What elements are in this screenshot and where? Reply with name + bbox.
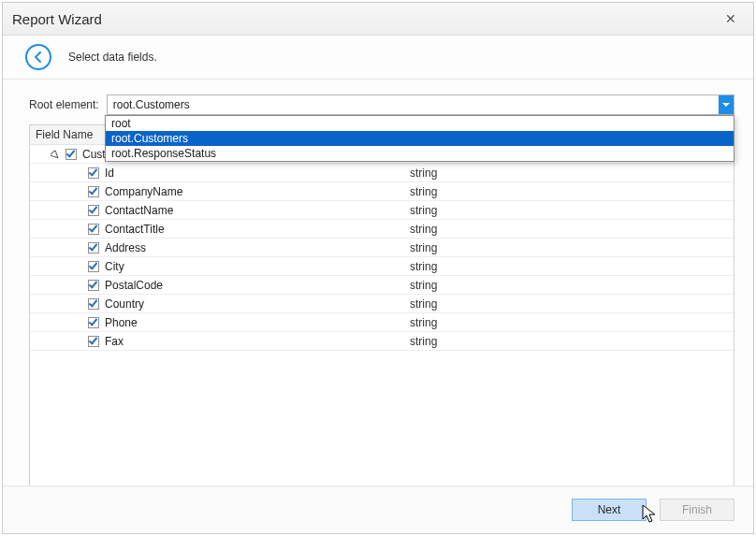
field-name: CompanyName [105, 185, 182, 198]
root-element-label: Root element: [29, 98, 99, 111]
field-type: string [404, 279, 734, 292]
field-type: string [404, 223, 734, 236]
tree-row-child[interactable]: ContactNamestring [30, 201, 734, 220]
field-name: ContactName [105, 204, 173, 217]
checkbox-postalcode[interactable] [88, 280, 99, 291]
checkbox-contacttitle[interactable] [88, 224, 99, 235]
tree-row-child[interactable]: PostalCodestring [30, 276, 734, 295]
collapse-icon[interactable] [51, 150, 60, 159]
tree-row-child[interactable]: ContactTitlestring [30, 220, 734, 239]
dropdown-option[interactable]: root.ResponseStatus [106, 146, 734, 161]
tree-row-child[interactable]: Phonestring [30, 313, 734, 332]
field-name: Phone [105, 316, 138, 329]
checkbox-phone[interactable] [88, 317, 99, 328]
tree-row-child[interactable]: Addressstring [30, 239, 734, 257]
root-element-row: Root element: root.Customers [29, 94, 734, 115]
field-type: string [404, 204, 734, 217]
chevron-down-icon[interactable] [719, 95, 734, 114]
root-element-combo[interactable]: root.Customers [107, 94, 734, 115]
field-type: string [404, 241, 734, 254]
field-name: Id [105, 167, 114, 180]
field-name: PostalCode [105, 279, 163, 292]
field-type: string [404, 335, 734, 348]
dropdown-option[interactable]: root [106, 116, 734, 131]
tree-row-child[interactable]: Countrystring [30, 295, 734, 313]
root-element-dropdown[interactable]: rootroot.Customersroot.ResponseStatus [105, 115, 734, 162]
report-wizard-window: Report Wizard ✕ Select data fields. Root… [2, 2, 754, 534]
checkbox-companyname[interactable] [88, 186, 99, 197]
field-name: ContactTitle [105, 223, 165, 236]
checkbox-id[interactable] [88, 167, 99, 179]
tree-row-child[interactable]: Idstring [30, 164, 734, 182]
dropdown-option[interactable]: root.Customers [106, 131, 734, 146]
field-type: string [404, 260, 734, 273]
checkbox-fax[interactable] [88, 336, 99, 347]
field-name: Fax [105, 335, 124, 348]
step-description: Select data fields. [68, 51, 157, 64]
back-button[interactable] [25, 44, 51, 70]
checkbox-address[interactable] [88, 242, 99, 254]
tree-row-child[interactable]: Faxstring [30, 332, 734, 351]
field-type: string [404, 167, 734, 180]
checkbox-contactname[interactable] [88, 205, 99, 216]
field-name: Address [105, 241, 146, 254]
field-type: string [404, 297, 734, 311]
tree-row-child[interactable]: CompanyNamestring [30, 182, 734, 201]
field-name: City [105, 260, 124, 273]
wizard-footer: Next Finish [3, 485, 753, 533]
fields-grid: Customers IdstringCompanyNamestringConta… [29, 145, 734, 501]
wizard-body: Root element: root.Customers Field Name … [3, 80, 753, 488]
wizard-step-header: Select data fields. [3, 36, 753, 80]
checkbox-customers[interactable] [65, 149, 77, 160]
titlebar: Report Wizard ✕ [3, 3, 753, 36]
field-type: string [404, 316, 734, 329]
finish-button: Finish [660, 499, 734, 521]
next-button[interactable]: Next [572, 499, 647, 521]
checkbox-country[interactable] [88, 298, 99, 310]
root-element-value: root.Customers [108, 98, 719, 111]
window-title: Report Wizard [12, 11, 102, 27]
field-name: Country [105, 297, 144, 311]
close-icon[interactable]: ✕ [718, 11, 744, 26]
field-type: string [404, 185, 734, 198]
tree-row-child[interactable]: Citystring [30, 257, 734, 276]
checkbox-city[interactable] [88, 261, 99, 272]
